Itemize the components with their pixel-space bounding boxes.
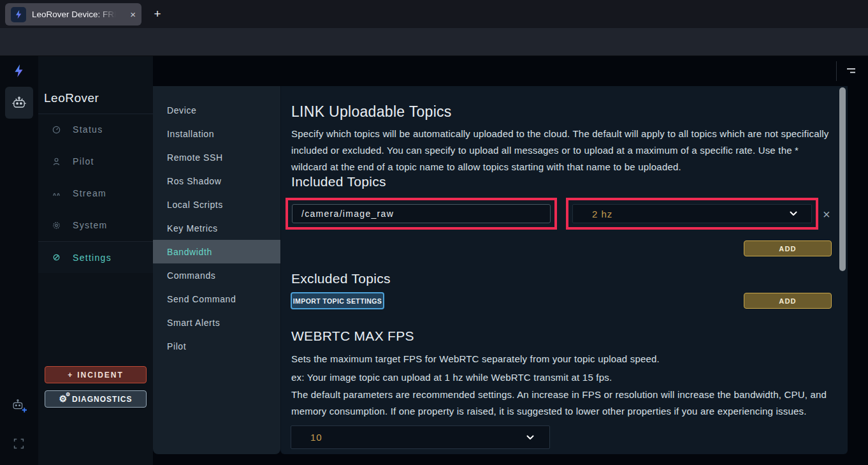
fps-dropdown[interactable]: 10 xyxy=(291,425,550,449)
nav-item-local-scripts[interactable]: Local Scripts xyxy=(153,193,280,216)
tab-favicon xyxy=(11,7,26,22)
sidebar-item-label: Pilot xyxy=(73,156,94,166)
fps-dropdown-value: 10 xyxy=(310,432,322,443)
nav-item-installation[interactable]: Installation xyxy=(153,122,280,145)
nav-item-key-metrics[interactable]: Key Metrics xyxy=(153,216,280,240)
fullscreen-icon[interactable] xyxy=(13,438,24,452)
nav-item-device[interactable]: Device xyxy=(153,98,280,122)
sidebar-item-label: Status xyxy=(73,124,103,135)
gears-icon: ⚙ ⚙ xyxy=(59,394,68,403)
scrollbar-thumb[interactable] xyxy=(839,87,846,271)
nav-item-remote-ssh[interactable]: Remote SSH xyxy=(153,145,280,169)
sidebar-item-pilot[interactable]: Pilot xyxy=(38,145,153,177)
webrtc-line2: ex: Your image topic can upload at 1 hz … xyxy=(291,369,832,386)
rate-dropdown[interactable]: 2 hz xyxy=(572,204,812,223)
topbar-divider xyxy=(836,61,837,81)
sidebar-item-label: System xyxy=(73,220,107,230)
import-topic-settings-button[interactable]: IMPORT TOPIC SETTINGS xyxy=(291,292,384,309)
sidebar-item-status[interactable]: Status xyxy=(38,114,153,145)
remove-topic-icon[interactable]: × xyxy=(823,207,830,222)
incident-button[interactable]: + INCIDENT xyxy=(45,366,147,383)
webrtc-line1: Sets the maximum target FPS for WebRTC s… xyxy=(291,351,832,367)
person-icon xyxy=(51,157,61,166)
gauge-icon xyxy=(51,125,61,135)
add-device-icon[interactable] xyxy=(11,397,28,417)
sidebar-item-stream[interactable]: Stream xyxy=(38,177,153,209)
browser-toolbar: ← → ⟳ https://app.freedomrobotics.ai/?__… xyxy=(0,28,868,56)
sidebar-item-settings[interactable]: Settings xyxy=(38,241,153,273)
filter-lines-icon[interactable] xyxy=(843,66,859,77)
nav-item-smart-alerts[interactable]: Smart Alerts xyxy=(153,311,280,334)
rate-dropdown-value: 2 hz xyxy=(592,209,612,219)
sidebar-item-label: Settings xyxy=(73,253,112,263)
chevron-down-icon xyxy=(525,432,535,443)
included-topics-heading: Included Topics xyxy=(291,174,386,189)
topic-name-input[interactable] xyxy=(292,204,551,223)
diagnostics-button[interactable]: ⚙ ⚙ DIAGNOSTICS xyxy=(45,390,147,408)
tab-close-icon[interactable]: × xyxy=(130,9,136,20)
plus-icon: + xyxy=(68,371,73,380)
included-add-button[interactable]: ADD xyxy=(744,240,832,256)
diagnostics-button-label: DIAGNOSTICS xyxy=(72,395,132,404)
excluded-topics-heading: Excluded Topics xyxy=(291,271,391,286)
icon-rail xyxy=(0,56,38,465)
device-name: LeoRover xyxy=(44,91,99,105)
excluded-add-button[interactable]: ADD xyxy=(744,293,832,309)
topic-input-highlight xyxy=(286,198,557,230)
sidebar-item-label: Stream xyxy=(73,188,106,198)
chevron-down-icon xyxy=(788,209,799,219)
link-topics-description: Specify which topics will be automatical… xyxy=(291,126,832,175)
rate-dropdown-highlight: 2 hz xyxy=(566,198,818,230)
nav-item-send-command[interactable]: Send Command xyxy=(153,287,280,311)
nav-item-pilot[interactable]: Pilot xyxy=(153,334,280,358)
gear-icon xyxy=(51,221,61,230)
freedom-robotics-app: LeoRover Status Pilot Stream xyxy=(0,56,868,465)
webrtc-line3: The default parameters are recommended s… xyxy=(291,387,832,420)
app-logo-bolt-icon[interactable] xyxy=(12,63,26,81)
settings-nav: Device Installation Remote SSH Ros Shado… xyxy=(153,86,280,454)
page-title: LINK Uploadable Topics xyxy=(291,103,452,121)
device-robot-icon[interactable] xyxy=(5,87,33,119)
bandwidth-settings-panel: LINK Uploadable Topics Specify which top… xyxy=(280,86,848,454)
nav-item-commands[interactable]: Commands xyxy=(153,263,280,287)
browser-tab[interactable]: LeoRover Device: FREEDO × xyxy=(5,3,141,26)
waves-icon xyxy=(51,189,61,198)
device-sidebar: LeoRover Status Pilot Stream xyxy=(38,56,153,465)
nav-item-bandwidth[interactable]: Bandwidth xyxy=(153,240,280,263)
settings-slash-circle-icon xyxy=(51,253,61,262)
bolt-icon xyxy=(14,10,24,19)
sidebar-item-system[interactable]: System xyxy=(38,209,153,241)
nav-item-ros-shadow[interactable]: Ros Shadow xyxy=(153,169,280,193)
incident-button-label: INCIDENT xyxy=(77,371,124,380)
webrtc-heading: WEBRTC MAX FPS xyxy=(291,328,414,344)
browser-tab-bar: LeoRover Device: FREEDO × + xyxy=(0,0,868,28)
tab-title: LeoRover Device: FREEDO xyxy=(32,10,116,19)
new-tab-button[interactable]: + xyxy=(148,5,166,23)
